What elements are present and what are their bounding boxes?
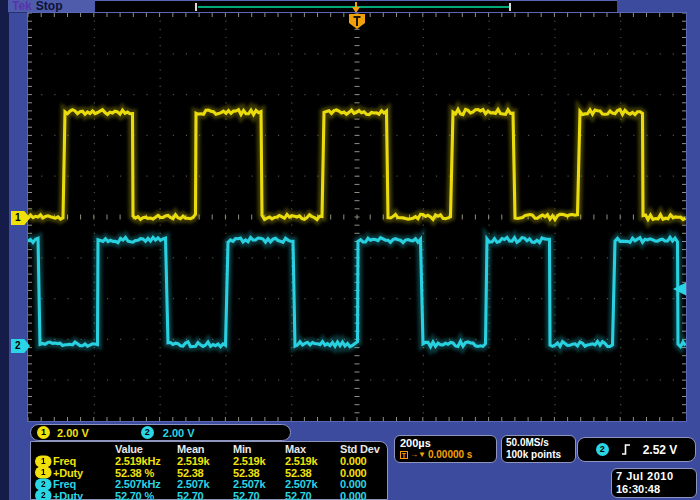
record-right-bracket-icon: [509, 3, 511, 11]
measurement-name: +Duty: [53, 490, 115, 500]
trigger-t-icon: T: [400, 451, 408, 459]
record-trigger-position-icon[interactable]: [351, 2, 361, 13]
measurement-name: Freq: [53, 455, 115, 467]
measurement-stddev: 0.000: [340, 455, 387, 467]
acquisition-status: Stop: [36, 0, 63, 12]
col-header-min: Min: [233, 443, 285, 455]
timebase-scale: 200µs: [400, 437, 496, 449]
measurement-name: Freq: [53, 478, 115, 490]
measurement-row: 1 Freq 2.519kHz 2.519k 2.519k 2.519k 0.0…: [35, 455, 387, 467]
trigger-level: 2.52 V: [643, 443, 678, 457]
measurement-value: 2.519kHz: [115, 455, 177, 467]
trigger-readout[interactable]: 2 2.52 V: [577, 437, 696, 462]
ch1-trace-glow: [28, 109, 686, 219]
waveform-display: [28, 13, 686, 421]
datetime-readout: 7 Jul 2010 16:30:48: [611, 468, 697, 498]
record-length: 100k points: [506, 449, 575, 461]
col-header-mean: Mean: [177, 443, 233, 455]
measurement-value: 2.507kHz: [115, 478, 177, 490]
date-label: 7 Jul 2010: [616, 470, 692, 483]
record-view-strip: [95, 0, 617, 13]
delay-arrows-icon: →▼: [410, 449, 426, 460]
row-ch-badge: 1: [35, 467, 52, 479]
row-ch-badge: 1: [35, 455, 52, 467]
channel-scale-bar[interactable]: 1 2.00 V 2 2.00 V: [30, 424, 291, 441]
record-left-bracket-icon: [195, 3, 197, 11]
measurement-mean: 2.519k: [177, 455, 233, 467]
measurement-mean: 52.38: [177, 467, 233, 479]
time-label: 16:30:48: [616, 483, 692, 496]
measurement-mean: 52.70: [177, 490, 233, 500]
row-ch-badge: 2: [35, 490, 52, 500]
measurement-stddev: 0.000: [340, 490, 387, 500]
measurement-header-row: Value Mean Min Max Std Dev: [35, 443, 387, 455]
measurement-mean: 2.507k: [177, 478, 233, 490]
horizontal-readout[interactable]: 200µs T →▼ 0.00000 s: [394, 435, 497, 463]
measurement-max: 52.38: [285, 467, 340, 479]
measurement-row: 2 Freq 2.507kHz 2.507k 2.507k 2.507k 0.0…: [35, 478, 387, 490]
graticule-area: [28, 13, 686, 421]
tek-logo: Tek: [12, 0, 32, 12]
acquisition-readout[interactable]: 50.0MS/s 100k points: [501, 435, 576, 463]
measurement-row: 2 +Duty 52.70 % 52.70 52.70 52.70 0.000: [35, 489, 387, 500]
measurement-max: 2.519k: [285, 455, 340, 467]
measurement-max: 2.507k: [285, 478, 340, 490]
row-ch-badge: 2: [35, 478, 52, 490]
measurement-max: 52.70: [285, 490, 340, 500]
measurement-name: +Duty: [53, 467, 115, 479]
measurement-min: 52.38: [233, 467, 285, 479]
ch2-badge[interactable]: 2: [141, 426, 154, 439]
measurement-value: 52.38 %: [115, 467, 177, 479]
ch1-scale: 2.00 V: [57, 427, 89, 439]
rising-edge-icon: [621, 443, 631, 456]
measurement-value: 52.70 %: [115, 490, 177, 500]
ch2-scale: 2.00 V: [163, 427, 195, 439]
ch1-trace: [28, 109, 686, 219]
measurement-min: 52.70: [233, 490, 285, 500]
left-bezel-strip: [0, 0, 9, 500]
ch1-badge[interactable]: 1: [37, 426, 50, 439]
sample-rate: 50.0MS/s: [506, 437, 575, 449]
measurement-row: 1 +Duty 52.38 % 52.38 52.38 52.38 0.000: [35, 466, 387, 478]
col-header-value: Value: [115, 443, 177, 455]
measurement-stddev: 0.000: [340, 478, 387, 490]
ch2-trace: [28, 237, 686, 346]
trigger-delay-readout: T →▼ 0.00000 s: [400, 449, 496, 460]
oscilloscope-screen: Tek Stop 1 2 1 2.00 V 2 2.00 V V: [0, 0, 700, 500]
measurement-table: Value Mean Min Max Std Dev 1 Freq 2.519k…: [30, 441, 388, 500]
col-header-max: Max: [285, 443, 340, 455]
status-chip: Tek Stop: [8, 0, 96, 13]
measurement-stddev: 0.000: [340, 467, 387, 479]
col-header-stddev: Std Dev: [340, 443, 387, 455]
delay-value: 0.00000 s: [428, 449, 473, 460]
measurement-min: 2.507k: [233, 478, 285, 490]
trigger-source-badge: 2: [596, 443, 609, 456]
measurement-min: 2.519k: [233, 455, 285, 467]
